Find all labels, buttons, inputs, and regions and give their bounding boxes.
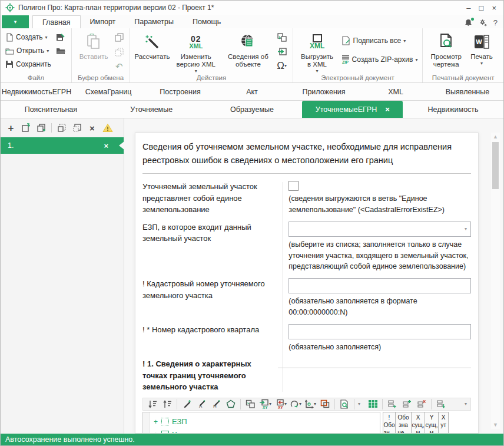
ezp-combobox[interactable]: ▾ [289,222,471,237]
sidebar-item-close-icon[interactable]: × [104,141,117,150]
close-button[interactable]: × [492,4,496,12]
toolbar-overflow-icon[interactable]: ▾ [358,401,360,407]
intersect-check-icon[interactable] [319,398,331,410]
import-object-icon[interactable] [276,45,288,57]
menu-tab-parametry[interactable]: Параметры [125,15,183,28]
create-zip-button[interactable]: ZIP Создать ZIP-архив ▾ [341,52,418,67]
print-button[interactable]: W Печать ▾ [465,31,499,67]
title-bar: Полигон Про: Карта-план территории верси… [1,1,503,15]
delete-row-icon[interactable] [416,398,427,410]
tab-akt[interactable]: Акт [216,83,288,100]
tab-nedvizhimost-egrn[interactable]: НедвижимостьЕГРН [1,83,72,100]
open-button[interactable]: Открыть ▾ [5,45,51,57]
wand-icon[interactable] [181,398,193,410]
tab-nedvizhimost[interactable]: Недвижимость [403,101,503,118]
column-header[interactable]: !Обозн... [383,412,396,434]
save-button[interactable]: Сохранить [5,58,51,70]
renumber-down-icon[interactable] [147,398,158,410]
help-icon[interactable]: ? [493,18,498,27]
scrollbar-down-icon[interactable]: ▼ [491,422,500,428]
paste-section-button[interactable] [71,123,82,134]
maximize-button[interactable]: □ [479,4,484,12]
axes-button[interactable]: ▾ [304,399,316,409]
polygon-icon[interactable] [225,398,237,410]
renumber-up-icon[interactable] [161,398,173,410]
move-row-icon[interactable] [435,398,447,410]
tab-close-icon[interactable]: × [385,105,390,114]
expander-icon[interactable]: + [154,418,158,426]
svg-text:XY: XY [263,405,268,409]
tab-prilozheniya[interactable]: Приложения [288,83,360,100]
insert-row-icon[interactable] [401,398,413,410]
table-view-icon[interactable] [367,398,379,410]
column-header[interactable]: Xут, [439,412,449,434]
scrollbar-up-icon[interactable]: ▲ [491,134,500,140]
menu-tab-pomosch[interactable]: Помощь [183,15,230,28]
add-section-button[interactable]: + [5,123,16,134]
wand-a-icon[interactable]: A [195,398,207,410]
tab-shema-granic[interactable]: СхемаГраниц [72,83,144,100]
tree-item-ezp[interactable]: + ЕЗП [154,415,200,428]
chevron-down-icon: ▾ [269,401,271,407]
column-header[interactable]: Yсущ,м [425,412,439,434]
add-row-icon[interactable] [386,398,398,410]
tree-item-uchastok[interactable]: + Участок [154,428,200,434]
export-xml-button[interactable]: XML Выгрузить в XML ▾ [298,31,337,75]
tab-postroeniya[interactable]: Построения [144,83,216,100]
settings-gear-icon[interactable] [479,18,488,27]
app-menu-button[interactable]: ▾ [2,15,29,28]
save-as-icon[interactable] [55,31,67,43]
add-copy-section-button[interactable] [21,123,32,134]
copy-section-button[interactable] [56,123,67,134]
chevron-down-icon: ▾ [195,68,197,74]
form-row-quarter-number: ! * Номер кадастрового квартала (обязате… [142,324,471,353]
create-button[interactable]: Создать ▾ [5,31,51,43]
chevron-down-icon: ▾ [316,68,319,74]
import-xy-button[interactable]: XY ▾ [259,399,271,409]
export-xy-button[interactable]: XY ▾ [274,399,287,409]
preview-drawing-button[interactable]: Просмотр чертежа [427,31,465,70]
field-hint: (обязательно заполняется) [289,342,471,353]
vertical-scrollbar[interactable]: ▲ ▼ [491,133,500,429]
wand-h-icon[interactable]: H [210,398,222,410]
tree-gutter [143,412,150,434]
delete-section-button[interactable]: × [87,123,98,134]
replace-object-icon[interactable] [276,31,288,43]
column-header[interactable]: Xсущ,м [412,412,425,434]
notifications-bell-icon[interactable] [464,18,473,27]
open-project-folder-icon[interactable] [55,45,67,57]
tab-vyyavlennye[interactable]: Выявленные [432,83,503,100]
menu-tab-import[interactable]: Импорт [81,15,125,28]
tab-poyasnitelnaya[interactable]: Пояснительная [1,101,101,118]
scrollbar-thumb[interactable] [492,142,499,189]
single-land-use-checkbox[interactable] [289,181,299,191]
paste-button[interactable]: Вставить [77,31,111,62]
preview-points-icon[interactable] [339,398,350,410]
tab-xml[interactable]: XML [360,83,432,100]
tab-utochnyaemye[interactable]: Уточняемые [101,101,202,118]
sidebar-item-1[interactable]: 1. × [1,137,124,154]
rotate-contour-button[interactable]: ▾ [290,399,301,409]
object-info-button[interactable]: Сведения об объекте [223,31,273,70]
svg-text:W: W [476,38,482,45]
quarter-number-input[interactable] [289,324,471,339]
toolbar-overflow-icon[interactable]: ▾ [465,401,467,407]
minimize-button[interactable]: – [466,4,470,12]
field-label: Уточняемый земельный участок представляе… [142,181,271,216]
tab-utochnyaemye-egrn[interactable]: УточняемыеЕГРН × [302,101,403,118]
undo-icon[interactable]: ↶ [113,61,125,72]
sign-all-button[interactable]: Подписать все ▾ [341,34,418,48]
column-header[interactable]: Обозначе... [396,412,412,434]
cadastral-number-input[interactable] [289,278,471,293]
warning-icon[interactable] [102,123,113,134]
paste-special-icon[interactable] [113,46,125,58]
add-multiple-sections-button[interactable] [36,123,47,134]
tab-obrazuemye[interactable]: Образуемые [202,101,303,118]
calculate-button[interactable]: Рассчитать [135,31,169,62]
copy-coordinates-icon[interactable] [244,398,256,410]
menu-tab-glavnaya[interactable]: Главная [32,15,81,28]
change-xml-version-button[interactable]: 02 XML Изменить версию XML ▾ [169,31,223,75]
copy-icon[interactable] [113,31,125,43]
omega-symbols-button[interactable]: Ω ▾ [276,60,288,71]
ribbon-group-clipboard: Вставить ↶ Буфер обмена [72,28,131,82]
